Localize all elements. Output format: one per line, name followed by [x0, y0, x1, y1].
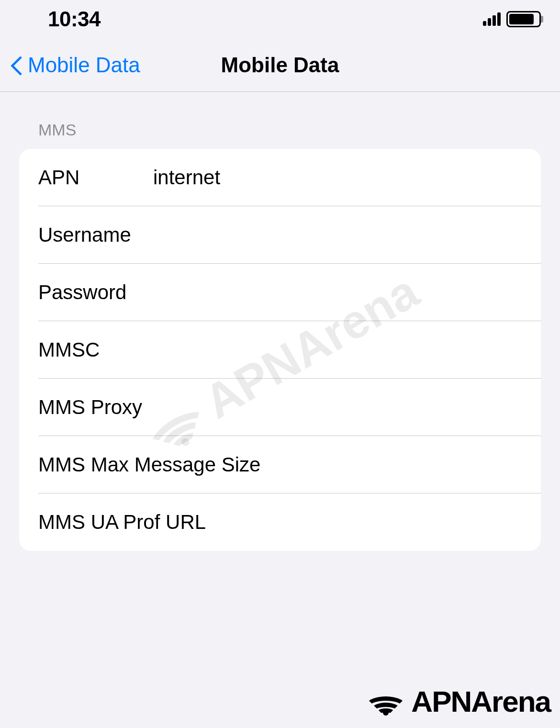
battery-icon [506, 11, 541, 27]
mms-settings-group: APN Username Password MMSC MMS Proxy MMS… [19, 149, 541, 551]
status-bar: 10:34 [0, 0, 560, 38]
mms-proxy-label: MMS Proxy [38, 396, 269, 419]
section-header-mms: MMS [19, 121, 541, 149]
mms-ua-prof-row[interactable]: MMS UA Prof URL [19, 493, 541, 551]
footer-logo: APNArena [364, 684, 550, 718]
status-time: 10:34 [48, 7, 101, 31]
mms-max-size-label: MMS Max Message Size [38, 453, 522, 476]
mmsc-label: MMSC [38, 338, 153, 361]
username-input[interactable] [153, 224, 522, 246]
apn-input[interactable] [153, 166, 522, 189]
mms-proxy-row[interactable]: MMS Proxy [19, 379, 541, 436]
password-input[interactable] [153, 281, 522, 304]
mms-max-size-row[interactable]: MMS Max Message Size [19, 436, 541, 493]
cellular-signal-icon [483, 12, 501, 26]
wifi-icon [364, 685, 407, 718]
status-indicators [483, 11, 541, 27]
mms-ua-prof-label: MMS UA Prof URL [38, 511, 522, 534]
back-button[interactable]: Mobile Data [10, 53, 140, 77]
footer-brand-text: APNArena [411, 684, 550, 718]
username-label: Username [38, 224, 153, 246]
password-row[interactable]: Password [19, 264, 541, 321]
back-button-label: Mobile Data [28, 53, 140, 77]
apn-row[interactable]: APN [19, 149, 541, 206]
mmsc-input[interactable] [153, 338, 522, 361]
navigation-bar: Mobile Data Mobile Data [0, 38, 560, 92]
chevron-left-icon [10, 53, 24, 77]
password-label: Password [38, 281, 153, 304]
mms-proxy-input[interactable] [269, 396, 522, 419]
page-title: Mobile Data [221, 53, 339, 77]
content-area: MMS APN Username Password MMSC MMS Proxy [0, 92, 560, 551]
apn-label: APN [38, 166, 153, 189]
mmsc-row[interactable]: MMSC [19, 321, 541, 379]
username-row[interactable]: Username [19, 206, 541, 264]
